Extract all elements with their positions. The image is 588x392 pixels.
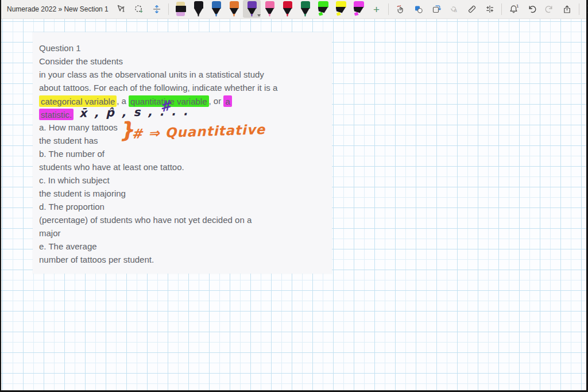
eraser-tool[interactable] xyxy=(172,0,189,18)
pen-tray xyxy=(172,0,368,19)
text-segment: Consider the students xyxy=(39,56,123,66)
select-tool[interactable] xyxy=(113,1,129,18)
pen-black-icon xyxy=(192,1,205,17)
pen-purple-icon xyxy=(246,1,258,17)
ink-to-text-icon: a xyxy=(449,4,459,14)
pen-pink[interactable] xyxy=(261,0,278,18)
add-pen-button[interactable]: + xyxy=(368,1,385,18)
toolbar-divider xyxy=(579,3,579,15)
window-frame: Numerade 2022 » New Section 1 + a xyxy=(1,0,586,390)
pen-red[interactable] xyxy=(278,0,296,18)
share-icon xyxy=(562,4,572,15)
ink-to-text-button[interactable]: a xyxy=(446,1,462,18)
text-segment: d. The proportion xyxy=(39,202,105,212)
toolbar-divider xyxy=(388,3,389,15)
shapes-icon xyxy=(413,4,424,14)
text-line: (percentage) of students who have not ye… xyxy=(39,213,324,226)
yellow-highlight: categorical variable xyxy=(39,95,117,107)
whiteboard-app: Numerade 2022 » New Section 1 + a xyxy=(0,0,588,392)
text-segment: the student has xyxy=(39,136,98,145)
highlighter-green-icon xyxy=(317,1,330,17)
highlighter-green[interactable] xyxy=(314,0,332,18)
text-segment: a. How many tattoos xyxy=(39,122,118,132)
text-line: about tattoos. For each of the following… xyxy=(39,81,324,94)
align-ticks-icon xyxy=(485,4,495,14)
text-line: b. The number of xyxy=(39,147,324,160)
split-arrows-icon xyxy=(152,4,162,14)
text-line: Question 1 xyxy=(39,41,324,55)
question-card[interactable]: Question 1Consider the studentsin your c… xyxy=(33,32,332,274)
pen-blue-icon xyxy=(210,1,223,17)
undo-arrow-icon xyxy=(527,4,537,14)
cursor-select-icon xyxy=(116,4,126,14)
collapse-toolbar-button[interactable] xyxy=(583,1,588,18)
pen-green-icon xyxy=(299,1,312,17)
pen-orange-icon xyxy=(228,1,241,17)
magenta-highlight: statistic. xyxy=(39,109,74,120)
ink-to-shape-button[interactable] xyxy=(428,1,444,18)
highlighter-yellow[interactable] xyxy=(332,0,350,18)
text-segment: in your class as the observational units… xyxy=(39,70,264,79)
collapse-arrows-icon xyxy=(586,4,588,14)
touch-inking-button[interactable] xyxy=(392,1,409,18)
pen-blue[interactable] xyxy=(207,0,225,18)
text-line: Consider the students xyxy=(39,55,324,68)
text-line: the student is majoring xyxy=(39,187,324,200)
toolbar-right-group: a 1 xyxy=(385,1,588,18)
text-segment: number of tattoos per student. xyxy=(39,255,154,264)
text-segment: Question 1 xyxy=(39,43,81,53)
insert-shapes-button[interactable] xyxy=(410,1,427,18)
text-segment: the student is majoring xyxy=(39,189,126,198)
svg-text:a: a xyxy=(454,7,457,13)
text-segment: about tattoos. For each of the following… xyxy=(39,83,277,93)
pen-pink-icon xyxy=(264,1,276,17)
text-line: in your class as the observational units… xyxy=(39,68,324,81)
redo-arrow-icon xyxy=(544,4,555,14)
text-line: students who have at least one tattoo. xyxy=(39,160,324,174)
text-segment: , or xyxy=(209,96,224,106)
card-text: Question 1Consider the studentsin your c… xyxy=(39,41,324,266)
highlighter-magenta-icon xyxy=(353,1,365,17)
breadcrumb[interactable]: Numerade 2022 » New Section 1 xyxy=(7,5,112,13)
text-line: e. The average xyxy=(39,240,324,253)
magenta-highlight: a xyxy=(223,95,231,107)
text-line: d. The proportion xyxy=(39,200,324,213)
text-segment: (percentage) of students who have not ye… xyxy=(39,215,252,225)
toolbar-divider xyxy=(168,3,169,15)
text-segment: c. In which subject xyxy=(39,175,110,185)
pen-green[interactable] xyxy=(296,0,314,18)
text-segment: students who have at least one tattoo. xyxy=(39,162,184,172)
pen-red-icon xyxy=(281,1,294,17)
bell-icon: 1 xyxy=(508,4,519,15)
highlighter-magenta[interactable] xyxy=(350,0,368,18)
notifications-button[interactable]: 1 xyxy=(505,1,522,18)
notification-badge: 1 xyxy=(516,4,519,9)
text-line: number of tattoos per student. xyxy=(39,253,324,266)
format-grid-button[interactable] xyxy=(481,1,498,18)
eraser-tool-icon xyxy=(175,1,187,16)
pen-black[interactable] xyxy=(189,0,207,18)
redo-button[interactable] xyxy=(541,1,558,18)
pen-purple[interactable] xyxy=(243,0,261,18)
toolbar-divider xyxy=(501,3,502,15)
text-segment: , a xyxy=(117,96,129,106)
ink-to-shape-icon xyxy=(431,4,442,14)
ruler-icon xyxy=(467,4,477,14)
lasso-add-icon xyxy=(134,4,144,14)
text-segment: b. The number of xyxy=(39,149,105,159)
canvas[interactable]: Question 1Consider the studentsin your c… xyxy=(1,19,586,390)
text-line: major xyxy=(39,226,324,240)
undo-button[interactable] xyxy=(523,1,540,18)
text-segment: major xyxy=(39,228,61,238)
text-segment: e. The average xyxy=(39,241,97,251)
share-button[interactable] xyxy=(559,1,575,18)
expand-vertical-tool[interactable] xyxy=(148,1,165,18)
pen-orange[interactable] xyxy=(225,0,243,18)
touch-draw-icon xyxy=(396,4,406,14)
highlighter-yellow-icon xyxy=(335,1,347,17)
toolbar: Numerade 2022 » New Section 1 + a xyxy=(1,0,586,19)
text-line: c. In which subject xyxy=(39,174,324,187)
lasso-select-tool[interactable] xyxy=(130,1,147,18)
ruler-button[interactable] xyxy=(463,1,480,18)
